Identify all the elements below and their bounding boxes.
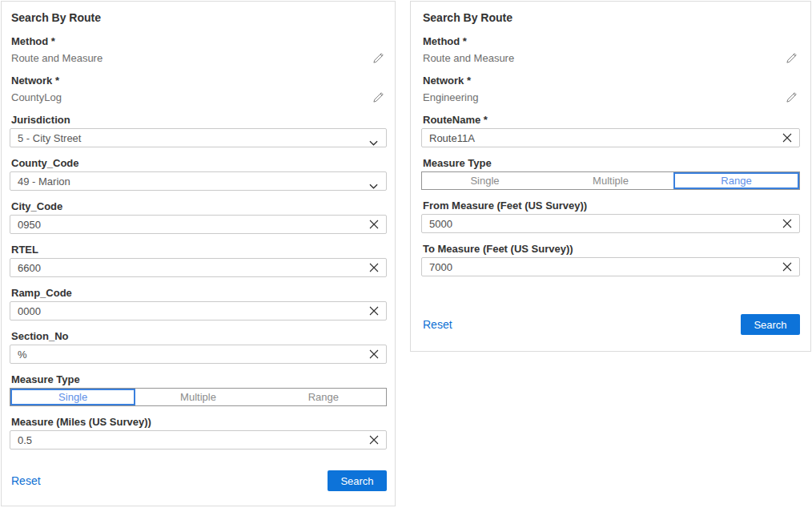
- clear-icon[interactable]: [368, 434, 380, 446]
- search-button[interactable]: Search: [328, 470, 387, 491]
- field-label: Network *: [11, 75, 387, 87]
- reset-link[interactable]: Reset: [423, 318, 452, 331]
- field-route-name: RouteName *: [421, 114, 800, 147]
- measure-type-toggle: Single Multiple Range: [10, 388, 387, 406]
- edit-icon[interactable]: [372, 52, 384, 64]
- field-to-measure: To Measure (Feet (US Survey)): [421, 243, 800, 276]
- city-code-input[interactable]: [10, 215, 387, 234]
- field-label: Method *: [11, 35, 387, 48]
- field-label: County_Code: [11, 157, 387, 170]
- field-value: Route and Measure: [11, 52, 103, 64]
- measure-input[interactable]: [10, 430, 387, 450]
- field-measure-type: Measure Type Single Multiple Range: [421, 157, 800, 190]
- field-jurisdiction: Jurisdiction 5 - City Street: [10, 114, 387, 147]
- panel-footer: Reset Search: [421, 314, 800, 335]
- clear-icon[interactable]: [368, 305, 380, 316]
- field-city-code: City_Code: [10, 200, 387, 234]
- panel-title: Search By Route: [11, 11, 387, 25]
- field-label: Ramp_Code: [11, 287, 387, 300]
- county-code-select[interactable]: 49 - Marion: [10, 171, 387, 191]
- field-label: From Measure (Feet (US Survey)): [423, 200, 800, 212]
- field-method: Method * Route and Measure: [421, 35, 800, 66]
- search-by-route-panel-right: Search By Route Method * Route and Measu…: [410, 1, 811, 352]
- edit-icon[interactable]: [786, 91, 798, 103]
- segment-multiple[interactable]: Multiple: [135, 389, 260, 405]
- field-label: Measure (Miles (US Survey)): [11, 416, 387, 429]
- field-rtel: RTEL: [10, 244, 387, 277]
- reset-link[interactable]: Reset: [11, 474, 41, 487]
- chevron-down-icon: [369, 136, 378, 148]
- clear-icon[interactable]: [782, 132, 793, 143]
- field-value: Route and Measure: [423, 52, 514, 64]
- segment-single[interactable]: Single: [422, 172, 548, 189]
- clear-icon[interactable]: [368, 219, 380, 230]
- measure-type-toggle: Single Multiple Range: [421, 171, 800, 190]
- select-value: 5 - City Street: [18, 132, 81, 144]
- field-label: Jurisdiction: [11, 114, 387, 127]
- clear-icon[interactable]: [782, 261, 793, 272]
- search-button[interactable]: Search: [741, 314, 800, 335]
- panel-title: Search By Route: [423, 11, 800, 25]
- to-measure-input[interactable]: [421, 257, 800, 276]
- field-label: Section_No: [11, 330, 387, 343]
- jurisdiction-select[interactable]: 5 - City Street: [10, 128, 387, 147]
- select-value: 49 - Marion: [18, 175, 70, 187]
- edit-icon[interactable]: [372, 91, 384, 103]
- clear-icon[interactable]: [368, 349, 380, 360]
- field-measure-type: Measure Type Single Multiple Range: [10, 373, 387, 406]
- segment-range[interactable]: Range: [673, 172, 799, 189]
- field-value: CountyLog: [11, 91, 62, 103]
- route-name-input[interactable]: [421, 128, 800, 147]
- chevron-down-icon: [369, 179, 378, 192]
- field-from-measure: From Measure (Feet (US Survey)): [421, 200, 800, 233]
- section-no-input[interactable]: [10, 345, 387, 364]
- field-ramp-code: Ramp_Code: [10, 287, 387, 321]
- field-label: Method *: [423, 35, 800, 48]
- field-label: RouteName *: [423, 114, 800, 127]
- field-label: Measure Type: [11, 373, 387, 386]
- edit-icon[interactable]: [786, 52, 798, 64]
- rtel-input[interactable]: [10, 258, 387, 277]
- field-county-code: County_Code 49 - Marion: [10, 157, 387, 191]
- segment-range[interactable]: Range: [261, 389, 386, 405]
- from-measure-input[interactable]: [421, 214, 800, 233]
- field-label: City_Code: [11, 200, 387, 213]
- field-label: RTEL: [11, 244, 387, 256]
- field-network: Network * Engineering: [421, 75, 800, 105]
- field-method: Method * Route and Measure: [10, 35, 387, 66]
- field-value: Engineering: [423, 91, 478, 103]
- segment-multiple[interactable]: Multiple: [548, 172, 673, 189]
- field-label: Measure Type: [423, 157, 800, 170]
- field-section-no: Section_No: [10, 330, 387, 364]
- segment-single[interactable]: Single: [10, 389, 135, 405]
- ramp-code-input[interactable]: [10, 301, 387, 321]
- field-network: Network * CountyLog: [10, 75, 387, 105]
- field-label: To Measure (Feet (US Survey)): [423, 243, 800, 256]
- search-by-route-panel-left: Search By Route Method * Route and Measu…: [1, 1, 396, 506]
- panel-footer: Reset Search: [10, 470, 387, 491]
- clear-icon[interactable]: [368, 262, 380, 273]
- clear-icon[interactable]: [782, 218, 793, 229]
- field-measure: Measure (Miles (US Survey)): [10, 416, 387, 450]
- field-label: Network *: [423, 75, 800, 87]
